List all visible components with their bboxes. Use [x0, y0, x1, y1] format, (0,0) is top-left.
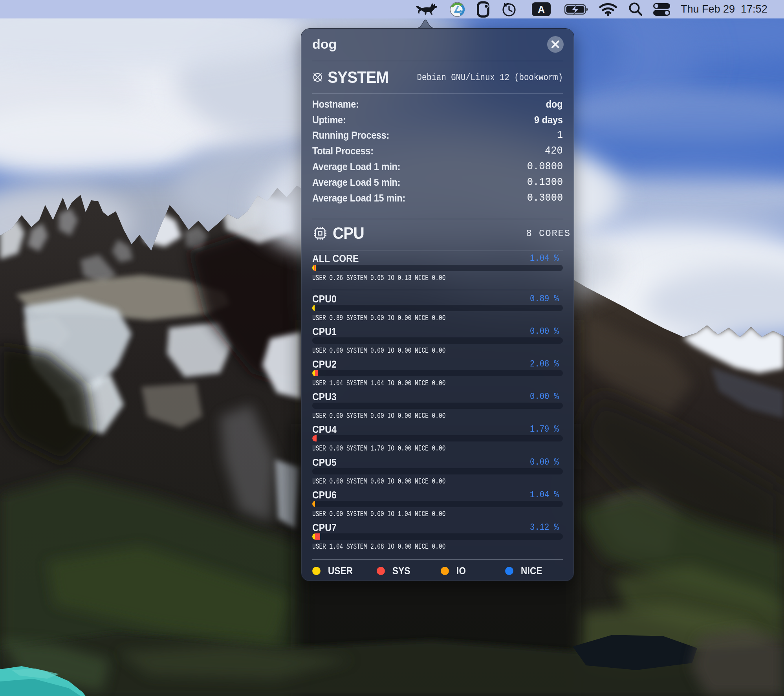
svg-text:A: A: [538, 4, 545, 15]
